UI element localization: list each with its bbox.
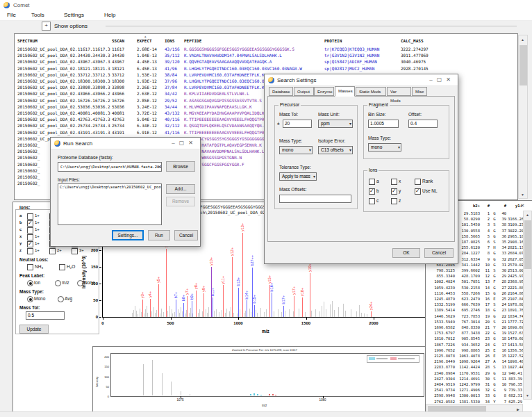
cell-peptide[interactable]: R.GGSGGSHGGGSGFGGESGGSYGGGEEASGSGGGYGGGS… bbox=[184, 47, 294, 52]
mass-tol-input[interactable]: 20 bbox=[283, 120, 312, 128]
dialog-title-bar[interactable]: Search Settings –▢✕ bbox=[265, 74, 458, 86]
peaklabel-mz-radio[interactable] bbox=[55, 280, 61, 286]
col-expect[interactable]: EXPECT bbox=[137, 38, 152, 43]
ion-z-2+-checkbox[interactable] bbox=[49, 248, 56, 254]
ion-y-checkbox[interactable] bbox=[391, 188, 397, 195]
mass-tol-input[interactable]: 0.5 bbox=[26, 311, 65, 320]
ion-rank-checkbox[interactable] bbox=[415, 179, 421, 185]
cell-protein[interactable]: sp|Q15847|ADIRF_HUMAN bbox=[324, 59, 377, 65]
cell-ions[interactable]: 37/84 bbox=[165, 85, 177, 90]
cell-ions[interactable]: 41/96 bbox=[165, 66, 177, 72]
fragment-vscrollbar[interactable]: ▲ ▼ bbox=[523, 211, 532, 400]
scroll-up-icon[interactable]: ▲ bbox=[521, 38, 524, 42]
mass-mono-radio[interactable] bbox=[27, 296, 33, 302]
peaklabel-ion[interactable]: Ion bbox=[34, 280, 40, 285]
close-icon[interactable]: ✕ bbox=[188, 140, 197, 146]
col-peptide[interactable]: PEPTIDE bbox=[184, 38, 201, 43]
ion-use-nl-checkbox[interactable] bbox=[415, 188, 421, 195]
cell-ions[interactable]: 40/116 bbox=[165, 117, 180, 122]
cell-peptide[interactable]: R.LVRPEVDVMC160.03TAFHDNEETFLK.K bbox=[184, 85, 265, 90]
cell-peptide[interactable]: R.QSGQTDPLQKEELQSCVDAANSAAQQYQR.R bbox=[184, 123, 267, 129]
input-file-item[interactable]: C:\Users\engj\Desktop\search\20150602_UC… bbox=[60, 185, 162, 189]
tab-enzyme[interactable]: Enzyme bbox=[314, 87, 334, 96]
cell-ions[interactable]: 34/44 bbox=[165, 104, 177, 110]
cell-ions[interactable]: 39/120 bbox=[165, 59, 180, 65]
scroll-up-icon[interactable]: ▲ bbox=[526, 213, 529, 217]
ion-b-1+-checkbox[interactable] bbox=[27, 220, 33, 227]
run-button[interactable]: Run bbox=[148, 230, 170, 240]
menu-help[interactable]: Help bbox=[104, 12, 115, 18]
ion-c-1+-checkbox[interactable] bbox=[27, 227, 33, 234]
menu-file[interactable]: File bbox=[7, 12, 16, 18]
scroll-down-icon[interactable]: ▼ bbox=[526, 393, 529, 398]
tolerance-type-select[interactable]: Apply to mass bbox=[279, 172, 317, 181]
menu-settings[interactable]: Settings bbox=[64, 12, 84, 18]
ion-z-1+-checkbox[interactable] bbox=[27, 248, 33, 254]
maximize-icon[interactable]: ▢ bbox=[179, 140, 189, 146]
cell-peptide[interactable]: R.LVRPEVDVMC160.03TAFHDNEETFLK.K bbox=[184, 72, 265, 78]
dialog-title-bar[interactable]: Run Search –▢✕ bbox=[51, 138, 200, 149]
frag-header[interactable]: # bbox=[498, 203, 506, 208]
cell-ions[interactable]: 34/42 bbox=[165, 91, 177, 97]
settings-button[interactable]: Settings... bbox=[112, 230, 144, 240]
mass-unit-select[interactable]: ppm bbox=[318, 120, 353, 128]
cell-ions[interactable]: 37/96 bbox=[165, 79, 177, 84]
col-protein[interactable]: PROTEIN bbox=[324, 38, 342, 43]
cell-ions[interactable]: 32/112 bbox=[165, 123, 180, 129]
browse-button[interactable]: Browse bbox=[166, 161, 195, 172]
col-calcmass[interactable]: CALC_MASS bbox=[401, 38, 424, 43]
minimize-icon[interactable]: – bbox=[429, 76, 436, 83]
col-spectrum[interactable]: SPECTRUM bbox=[17, 38, 38, 43]
tab-misc[interactable]: Misc bbox=[412, 87, 427, 96]
tab-output[interactable]: Output bbox=[294, 87, 314, 96]
ion-c-checkbox[interactable] bbox=[369, 198, 375, 204]
menu-tools[interactable]: Tools bbox=[31, 12, 44, 18]
cell-ions[interactable]: 41/116 bbox=[165, 130, 180, 136]
add-button[interactable]: Add... bbox=[166, 184, 195, 194]
tab-var-mods[interactable]: Var Mods bbox=[387, 87, 411, 96]
nh3-checkbox[interactable] bbox=[27, 264, 33, 270]
ok-button[interactable]: OK bbox=[392, 248, 420, 258]
mass-offsets-input[interactable] bbox=[279, 195, 351, 203]
results-scrollbar[interactable]: ▲ ▼ bbox=[518, 35, 528, 199]
frag-header[interactable]: b2+ bbox=[456, 203, 480, 208]
peaklabel-mz[interactable]: m/z bbox=[62, 280, 69, 285]
h2o-checkbox[interactable] bbox=[59, 264, 65, 270]
update-button[interactable]: Update bbox=[19, 325, 49, 334]
cell-ions[interactable]: 43/156 bbox=[165, 47, 180, 52]
ion-x-checkbox[interactable] bbox=[391, 179, 397, 185]
cell-ions[interactable]: 29/52 bbox=[165, 98, 177, 104]
col-sscan[interactable]: SSCAN bbox=[112, 38, 124, 43]
db-combo[interactable]: C:\Users\engj\Desktop\search\HUMAN.fasta… bbox=[58, 162, 162, 172]
close-icon[interactable]: ✕ bbox=[446, 76, 455, 83]
tab-static-mods[interactable]: Static Mods bbox=[356, 87, 386, 96]
cell-peptide[interactable]: K.ASASGSGAQVGGPISSGSSASSVTVTR.S bbox=[184, 98, 262, 104]
frag-header[interactable]: y1+ bbox=[508, 203, 522, 208]
bin-size-input[interactable]: 1.0005 bbox=[368, 120, 399, 128]
frag-mass-type-select[interactable]: mono bbox=[368, 143, 401, 152]
cell-peptide[interactable]: K.QQVEGTAQEAVSAAGAAAQQVVDQATEAGQK.A bbox=[184, 59, 272, 65]
cell-peptide[interactable]: K.VADALTNAVAHVDDM147.04PNALSALSDLHAHK.L bbox=[184, 53, 282, 58]
cell-protein[interactable]: sp|Q02817|MUC2_HUMAN bbox=[324, 66, 374, 72]
cell-peptide[interactable]: R.MGYAEEAPYDAIHVGAAAPVVPQALIDQLKPGG bbox=[184, 111, 272, 116]
minimize-icon[interactable]: – bbox=[172, 140, 178, 146]
ion-b-checkbox[interactable] bbox=[369, 188, 375, 195]
isotope-error-select[interactable]: C13 offsets bbox=[318, 146, 353, 154]
col-ions[interactable]: IONS bbox=[165, 38, 174, 43]
ion-z-3+-checkbox[interactable] bbox=[72, 248, 78, 254]
show-options-label[interactable]: Show options bbox=[54, 23, 88, 29]
show-options-expander[interactable]: + bbox=[42, 22, 51, 31]
mass-avg[interactable]: Avg bbox=[65, 296, 72, 301]
scroll-down-icon[interactable]: ▼ bbox=[521, 193, 524, 197]
mass-type-select[interactable]: mono bbox=[279, 146, 313, 154]
ion-z-checkbox[interactable] bbox=[391, 198, 397, 204]
scroll-thumb[interactable] bbox=[524, 220, 531, 269]
cell-peptide[interactable]: K.HLVMGDIPAAVNAFQEAASLLGK.K bbox=[184, 104, 252, 110]
cell-protein[interactable]: tr|K7EQQ3|K7EQQ3_HUMAN bbox=[324, 47, 379, 52]
cancel-button[interactable]: Cancel bbox=[174, 230, 198, 240]
cell-ions[interactable]: 35/112 bbox=[165, 53, 180, 58]
ion-y-1+-checkbox[interactable] bbox=[27, 241, 33, 247]
mass-mono[interactable]: Mono bbox=[34, 296, 45, 301]
cell-peptide[interactable]: R.KPLVIIAEDVDGEALSTLVLNR.L bbox=[184, 91, 249, 97]
cancel-button[interactable]: Cancel bbox=[424, 248, 454, 258]
